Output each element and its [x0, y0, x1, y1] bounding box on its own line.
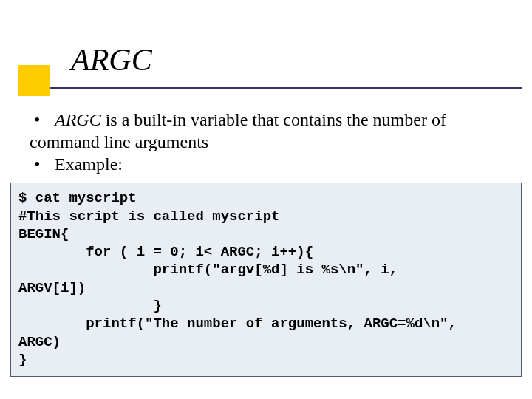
slide: ARGC • ARGC is a built-in variable that … — [0, 0, 532, 399]
bullet-2-text: Example: — [55, 153, 520, 175]
bullet-dot-icon: • — [30, 153, 55, 175]
code-line: printf("The number of arguments, ARGC=%d… — [18, 316, 457, 332]
code-line: #This script is called myscript — [18, 208, 279, 225]
code-line: } — [18, 298, 162, 314]
bullet-1-text: ARGC is a built-in variable that contain… — [55, 109, 520, 131]
code-line: for ( i = 0; i< ARGC; i++){ — [18, 244, 313, 260]
code-line: ARGC) — [18, 334, 61, 350]
code-box: $ cat myscript #This script is called my… — [10, 183, 522, 377]
code-line: BEGIN{ — [18, 226, 69, 242]
rule-thin — [25, 92, 522, 92]
title-rule — [15, 87, 532, 92]
code-line: } — [18, 352, 27, 368]
bullet-1-continuation: command line arguments — [30, 131, 520, 153]
code-line: $ cat myscript — [18, 190, 137, 206]
rule-thick — [25, 87, 522, 89]
accent-box-decoration — [18, 65, 50, 96]
code-line: ARGV[i]) — [18, 280, 86, 296]
slide-body: • ARGC is a built-in variable that conta… — [30, 109, 520, 175]
code-line: printf("argv[%d] is %s\n", i, — [18, 262, 398, 278]
slide-title: ARGC — [71, 43, 532, 77]
bullet-1-rest: is a built-in variable that contains the… — [101, 110, 446, 129]
bullet-1: • ARGC is a built-in variable that conta… — [30, 109, 520, 131]
title-block: ARGC — [0, 0, 532, 92]
argc-italic: ARGC — [55, 110, 101, 129]
code-content: $ cat myscript #This script is called my… — [18, 189, 514, 369]
bullet-2: • Example: — [30, 153, 520, 175]
bullet-dot-icon: • — [30, 109, 55, 131]
